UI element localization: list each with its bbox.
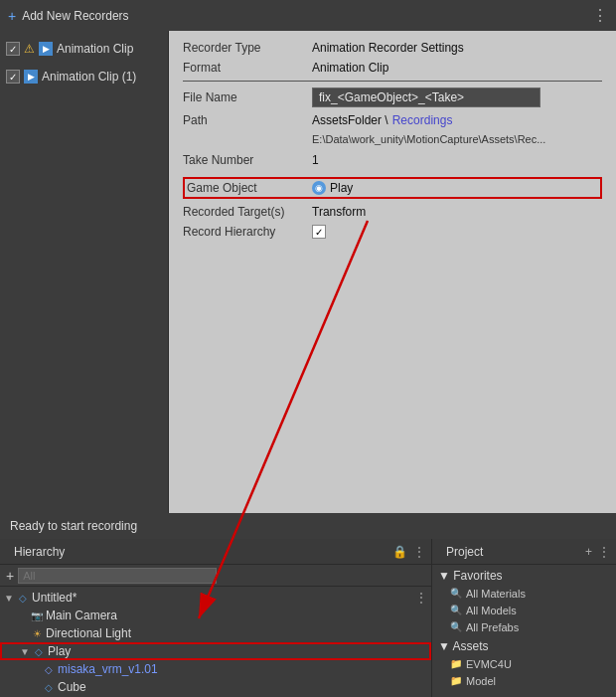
project-tab[interactable]: Project <box>438 545 491 559</box>
all-prefabs-label: All Prefabs <box>466 621 519 633</box>
project-item-all-prefabs[interactable]: 🔍 All Prefabs <box>438 618 610 635</box>
take-number-row: Take Number 1 <box>183 153 602 167</box>
hierarchy-panel: Hierarchy 🔒 ⋮ + ▼ ◇ Untitled* ⋮ 📷 Main C… <box>0 539 432 697</box>
arrow-play: ▼ <box>20 646 30 657</box>
right-panel: Recorder Type Animation Recorder Setting… <box>169 31 616 513</box>
clip-icon-2: ▶ <box>24 70 38 84</box>
record-hierarchy-row: Record Hierarchy ✓ <box>183 225 602 239</box>
cube-label: Cube <box>58 680 86 694</box>
tree-item-directional-light[interactable]: ☀ Directional Light <box>0 624 431 642</box>
recorder-label-2: Animation Clip (1) <box>42 70 162 84</box>
recorded-targets-label: Recorded Target(s) <box>183 205 312 219</box>
file-name-label: File Name <box>183 90 312 104</box>
project-tree: ▼ Favorites 🔍 All Materials 🔍 All Models… <box>432 565 616 697</box>
hierarchy-menu-icon[interactable]: ⋮ <box>413 545 425 559</box>
hierarchy-search-input[interactable] <box>18 568 217 584</box>
model-label: Model <box>466 675 496 687</box>
recorder-checkbox-1[interactable]: ✓ <box>6 42 20 56</box>
hierarchy-tab[interactable]: Hierarchy <box>6 545 73 559</box>
recorder-list: ✓ ⚠ ▶ Animation Clip ✓ ▶ Animation Clip … <box>0 31 169 513</box>
path-label: Path <box>183 113 312 127</box>
evmc4u-label: EVMC4U <box>466 658 512 670</box>
game-object-value: ◉ Play <box>312 181 353 195</box>
game-object-icon: ◉ <box>312 181 326 195</box>
take-number-value: 1 <box>312 153 319 167</box>
untitled-menu[interactable]: ⋮ <box>415 591 427 605</box>
path-recordings: Recordings <box>392 113 453 127</box>
play-icon: ◇ <box>32 644 46 658</box>
assets-arrow: ▼ <box>438 639 453 653</box>
light-icon: ☀ <box>30 626 44 640</box>
camera-icon: 📷 <box>30 609 44 622</box>
all-models-label: All Models <box>466 605 517 616</box>
all-materials-label: All Materials <box>466 588 526 600</box>
untitled-icon: ◇ <box>16 591 30 605</box>
hierarchy-lock-icon[interactable]: 🔒 <box>392 545 407 559</box>
recorder-type-value: Animation Recorder Settings <box>312 41 464 55</box>
project-header: Project + ⋮ <box>432 539 616 565</box>
game-object-label: Game Object <box>185 181 312 195</box>
hierarchy-tree: ▼ ◇ Untitled* ⋮ 📷 Main Camera ☀ Directio… <box>0 587 431 697</box>
recorder-item-2[interactable]: ✓ ▶ Animation Clip (1) <box>0 63 168 90</box>
clip-icon-1: ▶ <box>39 42 53 56</box>
bottom-section: Hierarchy 🔒 ⋮ + ▼ ◇ Untitled* ⋮ 📷 Main C… <box>0 539 616 697</box>
tree-item-misaka[interactable]: ◇ misaka_vrm_v1.01 <box>0 660 431 678</box>
project-item-all-models[interactable]: 🔍 All Models <box>438 602 610 618</box>
untitled-label: Untitled* <box>32 591 77 605</box>
light-label: Directional Light <box>46 626 131 640</box>
format-row: Format Animation Clip <box>183 61 602 75</box>
project-panel: Project + ⋮ ▼ Favorites 🔍 All Materials … <box>432 539 616 697</box>
project-item-all-materials[interactable]: 🔍 All Materials <box>438 585 610 602</box>
tree-item-cube[interactable]: ◇ Cube <box>0 678 431 696</box>
path-full: E:\Data\work_unity\MotionCapture\Assets\… <box>312 133 602 145</box>
record-hierarchy-checkbox[interactable]: ✓ <box>312 225 326 239</box>
warn-icon-1: ⚠ <box>24 42 35 56</box>
main-layout: ✓ ⚠ ▶ Animation Clip ✓ ▶ Animation Clip … <box>0 31 616 513</box>
project-item-model[interactable]: 📁 Model <box>438 672 610 689</box>
hierarchy-header: Hierarchy 🔒 ⋮ <box>0 539 431 565</box>
recorder-type-label: Recorder Type <box>183 41 312 55</box>
recorded-targets-value: Transform <box>312 205 366 219</box>
status-text: Ready to start recording <box>10 519 137 533</box>
arrow-untitled: ▼ <box>4 593 14 604</box>
path-row: Path AssetsFolder \ Recordings <box>183 113 602 127</box>
project-menu-icon[interactable]: ⋮ <box>598 545 610 559</box>
top-bar-title: Add New Recorders <box>22 9 586 23</box>
favorites-label: Favorites <box>453 569 502 583</box>
format-label: Format <box>183 61 312 75</box>
status-bar: Ready to start recording <box>0 513 616 539</box>
recorder-item-1[interactable]: ✓ ⚠ ▶ Animation Clip <box>0 35 168 63</box>
recorder-label-1: Animation Clip <box>57 42 162 56</box>
file-name-input[interactable] <box>312 87 540 107</box>
hierarchy-add-button[interactable]: + <box>6 568 14 584</box>
format-value: Animation Clip <box>312 61 388 75</box>
favorites-section: ▼ Favorites <box>438 569 610 583</box>
hierarchy-toolbar: + <box>0 565 431 587</box>
tree-item-play[interactable]: ▼ ◇ Play <box>0 642 431 660</box>
top-bar: + Add New Recorders ⋮ <box>0 0 616 31</box>
project-add-icon[interactable]: + <box>585 545 592 559</box>
plus-icon[interactable]: + <box>8 8 16 24</box>
misaka-label: misaka_vrm_v1.01 <box>58 662 158 676</box>
camera-label: Main Camera <box>46 609 117 622</box>
record-hierarchy-label: Record Hierarchy <box>183 225 312 239</box>
top-bar-menu-icon[interactable]: ⋮ <box>592 6 608 25</box>
path-prefix: AssetsFolder \ <box>312 113 388 127</box>
search-icon-materials: 🔍 <box>450 588 462 599</box>
tree-item-main-camera[interactable]: 📷 Main Camera <box>0 607 431 624</box>
search-icon-prefabs: 🔍 <box>450 621 462 632</box>
misaka-icon: ◇ <box>42 662 56 676</box>
project-item-evmc4u[interactable]: 📁 EVMC4U <box>438 655 610 672</box>
game-object-row: Game Object ◉ Play <box>183 177 602 199</box>
game-object-name: Play <box>330 181 353 195</box>
assets-section: ▼ Assets <box>438 639 610 653</box>
recorded-targets-row: Recorded Target(s) Transform <box>183 205 602 219</box>
recorder-checkbox-2[interactable]: ✓ <box>6 70 20 84</box>
assets-label: Assets <box>453 639 489 653</box>
search-icon-models: 🔍 <box>450 605 462 615</box>
tree-item-untitled[interactable]: ▼ ◇ Untitled* ⋮ <box>0 589 431 607</box>
folder-icon-evmc4u: 📁 <box>450 658 462 669</box>
favorites-arrow: ▼ <box>438 569 453 583</box>
file-name-row: File Name <box>183 87 602 107</box>
take-number-label: Take Number <box>183 153 312 167</box>
